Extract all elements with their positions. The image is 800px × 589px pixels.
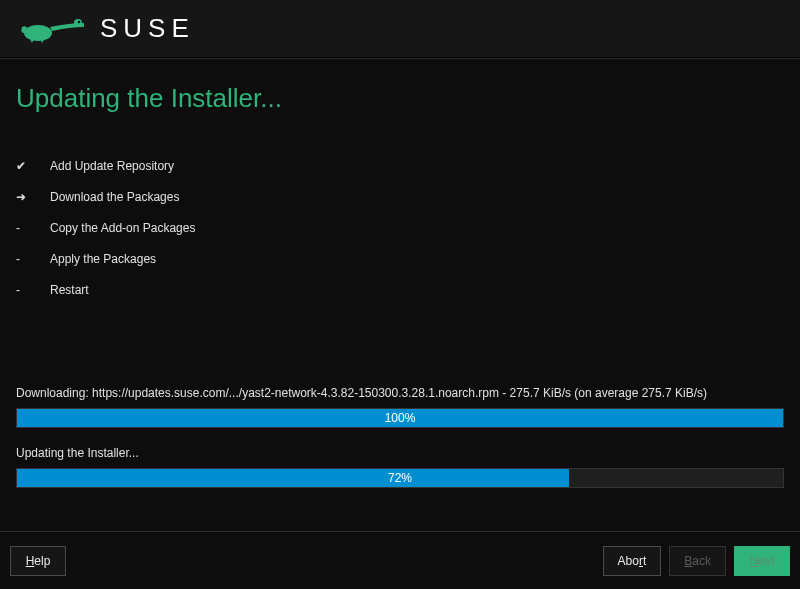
svg-point-1 <box>74 19 82 27</box>
download-progress-bar: 100% <box>16 408 784 428</box>
step-label: Restart <box>50 283 89 297</box>
footer: Help Abort Back Next <box>0 531 800 589</box>
check-icon: ✔ <box>16 159 50 173</box>
svg-point-2 <box>78 20 81 23</box>
back-button: Back <box>669 546 726 576</box>
step-item: ➜ Download the Packages <box>16 181 784 212</box>
help-button[interactable]: Help <box>10 546 66 576</box>
overall-progress-text: 72% <box>17 469 783 487</box>
step-label: Copy the Add-on Packages <box>50 221 195 235</box>
overall-progress-bar: 72% <box>16 468 784 488</box>
step-label: Download the Packages <box>50 190 179 204</box>
dash-icon: - <box>16 252 50 266</box>
step-list: ✔ Add Update Repository ➜ Download the P… <box>16 150 784 305</box>
overall-status-label: Updating the Installer... <box>16 446 784 460</box>
brand-name: SUSE <box>100 13 195 44</box>
page-title: Updating the Installer... <box>16 83 784 114</box>
header: SUSE <box>0 0 800 58</box>
next-button: Next <box>734 546 790 576</box>
arrow-right-icon: ➜ <box>16 190 50 204</box>
dash-icon: - <box>16 283 50 297</box>
step-item: - Apply the Packages <box>16 243 784 274</box>
dash-icon: - <box>16 221 50 235</box>
main-content: Updating the Installer... ✔ Add Update R… <box>0 59 800 305</box>
download-progress-text: 100% <box>17 409 783 427</box>
step-label: Add Update Repository <box>50 159 174 173</box>
svg-point-0 <box>24 25 52 41</box>
download-status-label: Downloading: https://updates.suse.com/..… <box>16 386 784 400</box>
abort-button[interactable]: Abort <box>603 546 662 576</box>
step-item: ✔ Add Update Repository <box>16 150 784 181</box>
step-item: - Copy the Add-on Packages <box>16 212 784 243</box>
step-label: Apply the Packages <box>50 252 156 266</box>
progress-section: Downloading: https://updates.suse.com/..… <box>16 386 784 506</box>
suse-chameleon-icon <box>20 13 90 45</box>
step-item: - Restart <box>16 274 784 305</box>
